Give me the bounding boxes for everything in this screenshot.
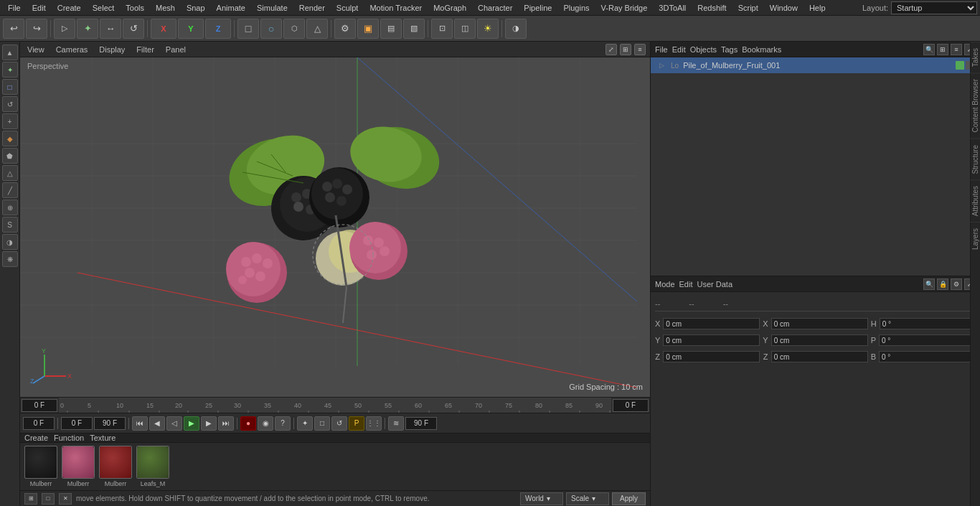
obj-menu-file[interactable]: File bbox=[655, 45, 668, 54]
render-button[interactable]: ▧ bbox=[403, 19, 425, 39]
vtab-attributes[interactable]: Attributes bbox=[970, 179, 980, 222]
help-button[interactable]: ? bbox=[275, 416, 291, 431]
viewport-menu-panel[interactable]: Panel bbox=[163, 44, 189, 55]
world-dropdown[interactable]: World ▾ bbox=[520, 492, 563, 505]
attr-menu-userdata[interactable]: User Data bbox=[697, 280, 733, 289]
menu-animate[interactable]: Animate bbox=[212, 2, 250, 14]
playback-min-input[interactable] bbox=[61, 417, 93, 430]
play-button[interactable]: ▶ bbox=[184, 416, 199, 431]
viewport-menu-cameras[interactable]: Cameras bbox=[53, 44, 91, 55]
redo-button[interactable]: ↪ bbox=[26, 19, 47, 39]
left-icon-create[interactable]: + bbox=[2, 113, 18, 129]
material-slot-0[interactable]: Mulberr bbox=[24, 446, 57, 487]
viewport-menu-view[interactable]: View bbox=[24, 44, 47, 55]
attr-search-icon[interactable]: 🔍 bbox=[923, 278, 935, 290]
menu-redshift[interactable]: Redshift bbox=[692, 2, 731, 14]
3d-viewport[interactable]: Perspective bbox=[20, 57, 650, 397]
select-tool-button[interactable]: ▷ bbox=[54, 19, 75, 39]
left-icon-triangle[interactable]: △ bbox=[2, 165, 18, 181]
left-icon-rotate[interactable]: ↺ bbox=[2, 96, 18, 112]
obj-row-mulberry[interactable]: ▷ Lo Pile_of_Mulberry_Fruit_001 bbox=[651, 57, 980, 73]
move-key-button[interactable]: ✦ bbox=[297, 416, 313, 431]
cone-button[interactable]: △ bbox=[306, 19, 328, 39]
attr-y-rot-input[interactable] bbox=[771, 334, 868, 346]
menu-render[interactable]: Render bbox=[294, 2, 330, 14]
render-picture-viewer-button[interactable]: ▤ bbox=[380, 19, 402, 39]
light-button[interactable]: ☀ bbox=[477, 19, 499, 39]
left-icon-circle[interactable]: ⊕ bbox=[2, 200, 18, 215]
scale-tool-button[interactable]: ↔ bbox=[100, 19, 121, 39]
material-slot-1[interactable]: Mulberr bbox=[62, 446, 95, 487]
menu-create[interactable]: Create bbox=[52, 2, 86, 14]
playback-end-input[interactable] bbox=[405, 417, 437, 430]
axis-x-button[interactable]: X bbox=[151, 19, 176, 39]
timeline-ruler[interactable]: 0 5 10 15 20 25 30 35 40 bbox=[59, 398, 611, 413]
obj-search-icon[interactable]: 🔍 bbox=[923, 44, 935, 55]
attr-x-rot-input[interactable] bbox=[771, 318, 868, 329]
obj-visible-icon[interactable] bbox=[956, 61, 964, 70]
render-settings-button[interactable]: ⚙ bbox=[334, 19, 356, 39]
menu-edit[interactable]: Edit bbox=[27, 2, 51, 14]
left-icon-polygon[interactable]: ⬟ bbox=[2, 148, 18, 164]
attr-x-pos-input[interactable] bbox=[663, 318, 760, 329]
menu-sculpt[interactable]: Sculpt bbox=[331, 2, 364, 14]
viewport-menu-display[interactable]: Display bbox=[96, 44, 128, 55]
menu-pipeline[interactable]: Pipeline bbox=[519, 2, 557, 14]
obj-menu-objects[interactable]: Objects bbox=[690, 45, 717, 54]
menu-select[interactable]: Select bbox=[88, 2, 120, 14]
left-icon-s[interactable]: S bbox=[2, 217, 18, 233]
status-icon-3[interactable]: ✕ bbox=[59, 493, 72, 505]
vtab-content-browser[interactable]: Content Browser bbox=[970, 72, 980, 138]
obj-filter-icon[interactable]: ⊞ bbox=[937, 44, 948, 55]
viewport-icon-camera[interactable]: ⊞ bbox=[620, 44, 631, 55]
attr-h-input[interactable] bbox=[880, 318, 976, 329]
obj-menu-bookmarks[interactable]: Bookmarks bbox=[742, 45, 781, 54]
record-button[interactable]: ● bbox=[240, 416, 256, 431]
menu-window[interactable]: Window bbox=[765, 2, 803, 14]
attr-menu-edit[interactable]: Edit bbox=[679, 280, 693, 289]
left-icon-half-circle[interactable]: ◑ bbox=[2, 234, 18, 250]
left-icon-select[interactable]: ▲ bbox=[2, 44, 18, 60]
menu-plugins[interactable]: Plugins bbox=[558, 2, 594, 14]
auto-key-button[interactable]: ◉ bbox=[258, 416, 273, 431]
material-slot-3[interactable]: Leafs_M bbox=[136, 446, 169, 487]
left-icon-scale[interactable]: □ bbox=[2, 79, 18, 95]
status-icon-2[interactable]: □ bbox=[42, 493, 55, 505]
menu-snap[interactable]: Snap bbox=[182, 2, 210, 14]
vtab-structure[interactable]: Structure bbox=[970, 139, 980, 180]
motion-path-button[interactable]: ≋ bbox=[388, 416, 404, 431]
attr-lock-icon[interactable]: 🔒 bbox=[937, 278, 948, 290]
left-icon-diamond[interactable]: ◆ bbox=[2, 131, 18, 146]
playback-max-input[interactable] bbox=[94, 417, 126, 430]
scale-key-button[interactable]: □ bbox=[314, 416, 330, 431]
apply-button[interactable]: Apply bbox=[612, 492, 646, 505]
attr-menu-mode[interactable]: Mode bbox=[655, 280, 675, 289]
menu-character[interactable]: Character bbox=[473, 2, 517, 14]
cylinder-button[interactable]: ⬡ bbox=[283, 19, 305, 39]
sphere-button[interactable]: ○ bbox=[260, 19, 282, 39]
attr-z-pos-input[interactable] bbox=[663, 351, 760, 362]
obj-settings-icon[interactable]: ≡ bbox=[951, 44, 962, 55]
attr-z-rot-input[interactable] bbox=[771, 351, 868, 362]
step-forward-button[interactable]: ▶ bbox=[201, 416, 217, 431]
material-editor-button[interactable]: ◑ bbox=[505, 19, 527, 39]
left-icon-move[interactable]: ✦ bbox=[2, 62, 18, 78]
vtab-takes[interactable]: Takes bbox=[970, 42, 980, 72]
attr-y-pos-input[interactable] bbox=[663, 334, 760, 346]
menu-simulate[interactable]: Simulate bbox=[252, 2, 293, 14]
menu-motion-tracker[interactable]: Motion Tracker bbox=[364, 2, 427, 14]
cube-button[interactable]: □ bbox=[237, 19, 259, 39]
mat-menu-create[interactable]: Create bbox=[24, 434, 48, 442]
menu-script[interactable]: Script bbox=[733, 2, 763, 14]
left-icon-line[interactable]: ╱ bbox=[2, 182, 18, 198]
play-reverse-button[interactable]: ◁ bbox=[166, 416, 182, 431]
viewport-menu-filter[interactable]: Filter bbox=[133, 44, 156, 55]
add-key-button[interactable]: P bbox=[349, 416, 364, 431]
step-back-button[interactable]: ◀ bbox=[149, 416, 165, 431]
timeline-end-frame[interactable] bbox=[613, 399, 649, 412]
obj-menu-edit[interactable]: Edit bbox=[672, 45, 686, 54]
rotate-tool-button[interactable]: ↺ bbox=[123, 19, 144, 39]
axis-y-button[interactable]: Y bbox=[178, 19, 204, 39]
vtab-layers[interactable]: Layers bbox=[970, 222, 980, 256]
attr-b-input[interactable] bbox=[879, 351, 976, 362]
